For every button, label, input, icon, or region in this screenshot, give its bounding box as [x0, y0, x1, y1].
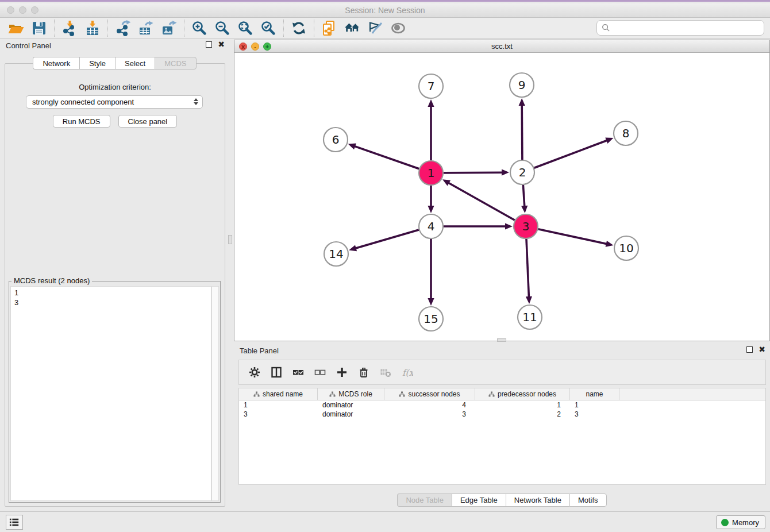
mcds-result-list[interactable]: 13 — [10, 286, 211, 501]
graph-edge-1-4[interactable] — [428, 186, 434, 213]
table-cell[interactable]: 3 — [570, 410, 619, 419]
network-view-title: scc.txt — [234, 42, 769, 51]
result-scrollbar[interactable] — [211, 286, 219, 501]
columns-button[interactable] — [267, 363, 286, 382]
graph-node-3[interactable]: 3 — [514, 214, 538, 238]
export-table-button[interactable] — [134, 19, 157, 37]
graph-edge-1-7[interactable] — [428, 99, 434, 160]
zoom-fit-button[interactable] — [234, 19, 257, 37]
open-file-button[interactable] — [5, 19, 28, 37]
graph-edge-2-8[interactable] — [534, 138, 614, 168]
table-cell[interactable]: 1 — [570, 400, 619, 410]
graph-node-7[interactable]: 7 — [419, 74, 443, 98]
export-image-icon — [161, 20, 177, 36]
graph-node-9[interactable]: 9 — [510, 73, 534, 97]
column-header-name[interactable]: name — [570, 388, 619, 400]
trash-button[interactable] — [354, 363, 373, 382]
close-panel-button[interactable]: Close panel — [118, 115, 178, 128]
table-cell[interactable]: 3 — [239, 410, 318, 419]
graph-edge-3-1[interactable] — [442, 179, 515, 220]
export-network-button[interactable] — [111, 19, 134, 37]
birdseye-view-button[interactable] — [387, 19, 410, 37]
graph-edge-1-2[interactable] — [444, 169, 509, 176]
zoom-in-icon — [191, 20, 207, 36]
column-header-successor-nodes[interactable]: successor nodes — [384, 388, 475, 400]
graph-node-14[interactable]: 14 — [324, 242, 348, 266]
add-row-button[interactable] — [332, 363, 351, 382]
gear-button[interactable] — [245, 363, 264, 382]
graph-edge-4-14[interactable] — [349, 230, 419, 251]
column-header-predecessor-nodes[interactable]: predecessor nodes — [475, 388, 570, 400]
tab-mcds[interactable]: MCDS — [155, 57, 196, 70]
graph-node-15[interactable]: 15 — [419, 307, 443, 331]
column-header-label: predecessor nodes — [498, 390, 556, 398]
graph-node-10[interactable]: 10 — [614, 236, 638, 260]
float-table-panel-icon[interactable] — [746, 346, 753, 353]
network-canvas[interactable]: 7968124314101511 — [234, 53, 769, 341]
deselect-all-button[interactable] — [310, 363, 329, 382]
hide-labels-button[interactable] — [364, 19, 387, 37]
table-cell[interactable]: 3 — [384, 410, 475, 419]
graph-edge-4-3[interactable] — [444, 223, 513, 229]
graph-node-4[interactable]: 4 — [419, 214, 443, 238]
import-network-button[interactable] — [58, 19, 81, 37]
float-panel-icon[interactable] — [206, 41, 212, 48]
table-panel-title: Table Panel — [240, 346, 279, 355]
import-table-button[interactable] — [81, 19, 104, 37]
add-row-icon — [336, 367, 348, 378]
zoom-selected-button[interactable] — [257, 19, 280, 37]
close-table-panel-icon[interactable]: ✖ — [759, 346, 765, 353]
tab-select[interactable]: Select — [115, 57, 155, 70]
table-cell[interactable]: 1 — [239, 400, 318, 410]
table-cell[interactable]: 1 — [475, 400, 570, 410]
zoom-out-button[interactable] — [211, 19, 234, 37]
close-panel-icon[interactable]: ✖ — [218, 41, 225, 48]
search-input[interactable] — [610, 24, 759, 32]
fx-icon: f(x) — [402, 367, 413, 378]
graph-node-6[interactable]: 6 — [324, 128, 348, 152]
tab-motifs[interactable]: Motifs — [569, 494, 607, 507]
tab-style[interactable]: Style — [79, 57, 115, 70]
graph-edge-2-3[interactable] — [521, 185, 528, 213]
list-icon — [9, 517, 20, 527]
tab-network-table[interactable]: Network Table — [506, 494, 569, 507]
graph-edge-1-6[interactable] — [348, 144, 419, 169]
graph-node-1[interactable]: 1 — [419, 161, 443, 185]
column-header-shared-name[interactable]: shared name — [239, 388, 318, 400]
graph-edge-3-10[interactable] — [538, 229, 614, 247]
table-row[interactable]: 3dominator323 — [239, 410, 765, 419]
table-panel-header: Table Panel ✖ — [234, 344, 770, 357]
table-cell[interactable]: dominator — [318, 400, 384, 410]
criterion-dropdown[interactable]: strongly connected component — [26, 95, 203, 109]
network-overview-icon — [344, 20, 360, 36]
tab-edge-table[interactable]: Edge Table — [452, 494, 506, 507]
tab-node-table[interactable]: Node Table — [397, 494, 452, 507]
vertical-splitter-grip[interactable] — [228, 235, 232, 244]
graph-edge-2-9[interactable] — [519, 98, 525, 160]
network-graph[interactable]: 7968124314101511 — [234, 53, 769, 341]
memory-button[interactable]: Memory — [716, 515, 765, 529]
table-row[interactable]: 1dominator411 — [239, 400, 765, 410]
task-history-button[interactable] — [6, 515, 23, 530]
graph-edge-3-11[interactable] — [526, 239, 532, 304]
export-image-button[interactable] — [157, 19, 180, 37]
column-header-mcds-role[interactable]: MCDS role — [318, 388, 384, 400]
table-cell[interactable]: 2 — [475, 410, 570, 419]
network-overview-button[interactable] — [341, 19, 364, 37]
graph-node-11[interactable]: 11 — [518, 305, 542, 329]
birdseye-view-icon — [390, 20, 406, 36]
graph-edge-4-15[interactable] — [428, 239, 434, 306]
graph-node-8[interactable]: 8 — [614, 121, 638, 145]
horizontal-splitter-grip[interactable] — [497, 338, 506, 342]
select-all-button[interactable] — [288, 363, 307, 382]
refresh-button[interactable] — [287, 19, 310, 37]
tab-network[interactable]: Network — [33, 57, 79, 70]
zoom-in-button[interactable] — [188, 19, 211, 37]
duplicate-network-button[interactable] — [318, 19, 341, 37]
table-cell[interactable]: 4 — [384, 400, 475, 410]
table-cell[interactable]: dominator — [318, 410, 384, 419]
save-session-button[interactable] — [28, 19, 51, 37]
search-box[interactable] — [596, 20, 764, 36]
graph-node-2[interactable]: 2 — [510, 160, 534, 184]
run-mcds-button[interactable]: Run MCDS — [53, 115, 110, 128]
